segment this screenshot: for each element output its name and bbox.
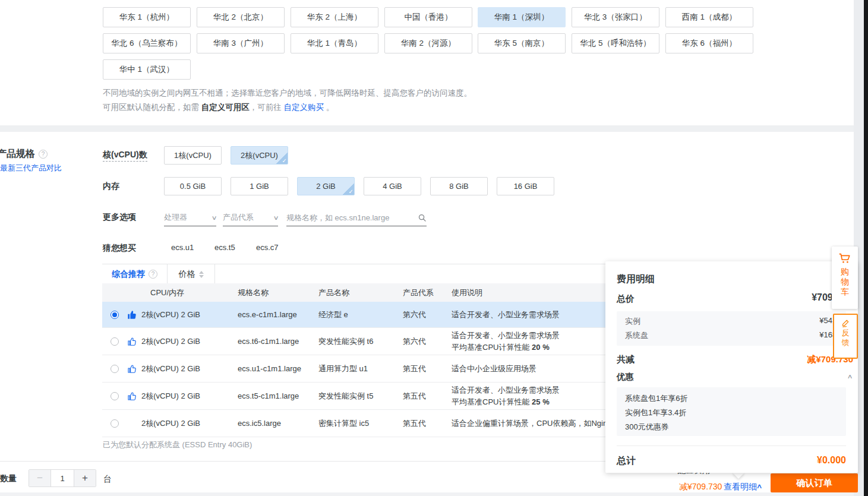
feedback-label: 反馈 [841,328,850,347]
cell-generation: 第五代 [403,355,426,382]
custom-purchase-link[interactable]: 自定义购买 [284,103,324,112]
tab-price[interactable]: 价格 [168,264,215,284]
memory-option[interactable]: 0.5 GiB [164,177,222,195]
guess-item[interactable]: ecs.u1 [171,243,194,252]
help-icon[interactable]: ? [149,270,157,279]
total-price-label: 总价 [617,293,635,305]
col-header: 规格名称 [238,283,269,302]
thumb-up-icon[interactable] [127,391,137,401]
region-button[interactable]: 华南 3（广州） [197,33,285,53]
ecs-purchase-page: 华东 1（杭州） 华北 2（北京） 华东 2（上海） 中国（香港） 华南 1（深… [0,0,868,496]
cell-description: 适合中小企业级应用场景 [452,355,536,382]
thumb-up-icon[interactable] [127,337,137,346]
cell-cpu: 2核(vCPU) 2 GiB [141,383,200,409]
coupon-box: 系统盘包1年享6折 实例包1年享3.4折 300元优惠券 [617,387,846,436]
region-button[interactable]: 华北 5（呼和浩特） [572,33,659,53]
region-button[interactable]: 华中 1（武汉） [103,59,191,80]
chevron-up-icon[interactable]: ∧ [756,482,762,490]
check-icon: ✓ [276,152,288,164]
more-options-label: 更多选项 [103,212,136,223]
region-button-selected[interactable]: 华南 1（深圳） [478,7,566,27]
search-icon[interactable] [418,213,427,222]
region-button[interactable]: 华北 2（北京） [197,7,285,27]
product-family-dropdown[interactable]: 产品代系 ∨ [223,209,278,226]
spec-search-input[interactable] [286,213,418,222]
cell-cpu: 2核(vCPU) 2 GiB [141,355,200,382]
vcpu-option[interactable]: 1核(vCPU) [164,146,222,165]
vcpu-option-label: 2核(vCPU) [241,150,278,161]
feedback-fab[interactable]: 反馈 [833,314,858,359]
pencil-icon [841,318,851,328]
coupon-item: 系统盘包1年享6折 [625,393,687,404]
vcpu-option-selected[interactable]: 2核(vCPU) ✓ [231,146,288,165]
region-button[interactable]: 华东 6（福州） [665,33,753,53]
memory-option[interactable]: 8 GiB [430,177,488,195]
thumb-up-icon[interactable] [127,310,137,320]
guess-item[interactable]: ecs.c7 [256,243,279,252]
region-button[interactable]: 华东 5（南京） [478,33,566,53]
view-detail-link[interactable]: 查看明细 [724,482,757,492]
cell-cpu: 2核(vCPU) 2 GiB [141,328,200,355]
memory-option-selected[interactable]: 2 GiB ✓ [297,177,355,195]
region-button[interactable]: 华东 2（上海） [291,7,378,27]
memory-option-label: 2 GiB [316,182,336,191]
note-text: ，可前往 [250,103,284,112]
note-text: 可用区默认随机分配，如需 [103,103,201,112]
col-header: 产品代系 [403,283,434,302]
region-note-line2: 可用区默认随机分配，如需 自定义可用区，可前往 自定义购买 。 [103,102,334,113]
screen-edge [864,0,868,496]
chevron-down-icon: ∨ [211,214,217,221]
help-icon[interactable]: ? [39,150,48,159]
region-button[interactable]: 华东 1（杭州） [103,7,191,27]
chevron-up-icon[interactable]: ∧ [847,373,853,380]
cell-cpu: 2核(vCPU) 2 GiB [141,410,200,437]
tab-recommend[interactable]: 综合推荐 ? [102,264,168,284]
memory-option[interactable]: 1 GiB [231,177,288,195]
grand-total-value: ¥0.000 [817,455,846,466]
confirm-order-button[interactable]: 确认订单 [771,473,858,492]
thumb-up-icon[interactable] [127,364,137,374]
coupon-item: 实例包1年享3.4折 [625,407,686,418]
region-button[interactable]: 华北 1（青岛） [291,33,378,53]
cell-generation: 第六代 [403,302,426,327]
grand-total-label: 总计 [617,455,636,467]
region-button[interactable]: 华南 2（河源） [384,33,472,53]
custom-zone-text: 自定义可用区 [201,103,250,112]
region-button[interactable]: 西南 1（成都） [665,7,753,27]
cost-detail-panel: 费用明细 总价 ¥709.73 实例 ¥541.7 系统盘 ¥168.0 共减 … [605,261,858,473]
plus-button[interactable]: + [74,470,96,486]
coupon-item: 300元优惠券 [625,422,669,432]
memory-option[interactable]: 16 GiB [497,177,554,195]
processor-dropdown[interactable]: 处理器 ∨ [164,209,216,226]
cell-spec: ecs.u1-c1m1.large [238,355,301,382]
page-bottom-strip [0,492,864,496]
cart-label: 购物车 [840,267,850,297]
region-button[interactable]: 华北 3（张家口） [572,7,659,27]
memory-option[interactable]: 4 GiB [364,177,421,195]
sort-icon[interactable] [199,271,204,278]
col-header: 使用说明 [452,283,482,302]
col-header: CPU/内存 [150,283,184,302]
section-divider [0,125,864,132]
page-section-title: 产品规格 [0,148,35,160]
cell-generation: 第六代 [403,328,426,355]
guess-label: 猜您想买 [103,243,136,254]
region-button[interactable]: 华北 6（乌兰察布） [103,33,191,53]
instance-label: 实例 [625,316,640,327]
radio-selected[interactable] [111,311,119,319]
region-note-line1: 不同地域的实例之间内网互不相通；选择靠近您客户的地域，可降低网络时延、提高您客户… [103,88,472,99]
coupon-label[interactable]: 优惠 [617,372,633,383]
guess-item[interactable]: ecs.t5 [214,243,235,252]
bar-discount-text: 减¥709.730 [679,482,722,492]
minus-button[interactable]: − [29,470,50,486]
quantity-input[interactable] [50,470,74,486]
radio-unselected[interactable] [111,419,119,428]
compare-products-link[interactable]: 最新三代产品对比 [0,163,62,173]
radio-unselected[interactable] [111,392,119,400]
shopping-cart-fab[interactable]: 购物车 [832,247,858,309]
col-header: 产品名称 [318,283,349,302]
region-button[interactable]: 中国（香港） [384,7,472,27]
radio-unselected[interactable] [111,337,119,346]
note-text: 。 [324,103,334,112]
radio-unselected[interactable] [111,365,119,373]
